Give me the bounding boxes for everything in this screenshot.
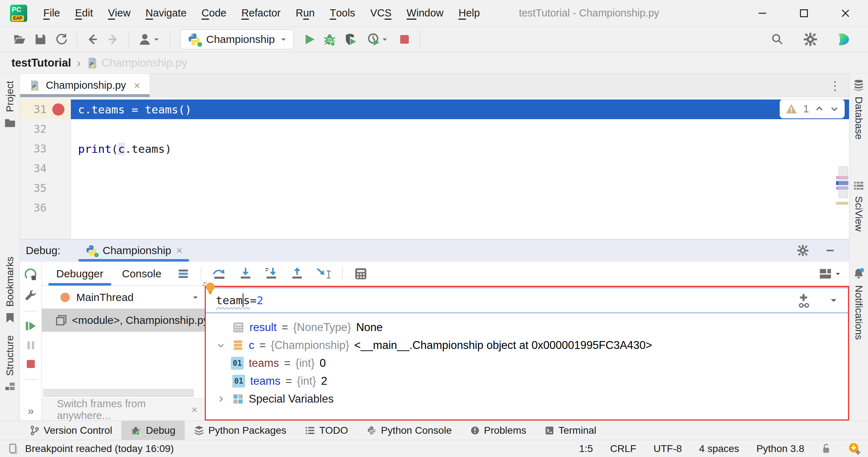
sidebar-item-sciview[interactable]: SciView bbox=[853, 181, 864, 232]
chevron-down-icon[interactable] bbox=[829, 296, 838, 305]
debug-session-tab[interactable]: Championship × bbox=[76, 239, 191, 262]
toolwindow-terminal[interactable]: Terminal bbox=[535, 421, 606, 440]
close-button[interactable] bbox=[837, 5, 854, 21]
maximize-button[interactable] bbox=[796, 5, 812, 21]
menu-navigate[interactable]: Navigate bbox=[138, 0, 194, 26]
update-available-icon[interactable] bbox=[848, 442, 861, 455]
debug-settings-gear-icon[interactable] bbox=[797, 244, 809, 257]
run-to-cursor-icon[interactable] bbox=[316, 267, 331, 281]
scrollbar-thumb[interactable] bbox=[839, 166, 848, 198]
search-everywhere-icon[interactable] bbox=[767, 29, 788, 50]
previous-warning-icon[interactable] bbox=[815, 104, 824, 113]
layout-options-icon[interactable] bbox=[177, 268, 189, 279]
stop-icon[interactable] bbox=[394, 29, 415, 50]
hint-close-icon[interactable]: × bbox=[191, 404, 198, 416]
gutter-line-33[interactable]: 33 bbox=[20, 139, 71, 159]
stop-icon[interactable] bbox=[25, 359, 36, 369]
chevron-down-icon[interactable] bbox=[214, 341, 227, 350]
thread-selector[interactable]: MainThread bbox=[42, 286, 205, 309]
editor-line-35[interactable] bbox=[71, 178, 849, 198]
editor-line-31[interactable]: c.teams = teams() bbox=[71, 99, 849, 119]
menu-code[interactable]: Code bbox=[194, 0, 234, 26]
editor-options-icon[interactable]: ⋮ bbox=[829, 78, 841, 93]
rerun-icon[interactable] bbox=[24, 267, 38, 281]
variable-row[interactable]: c = {Championship} <__main__.Championshi… bbox=[206, 336, 848, 354]
sidebar-item-project[interactable]: Project bbox=[4, 81, 16, 128]
save-icon[interactable] bbox=[30, 29, 51, 50]
open-icon[interactable] bbox=[9, 29, 30, 50]
gutter-line-34[interactable]: 34 bbox=[20, 159, 71, 178]
editor-scrollbar[interactable] bbox=[835, 97, 849, 239]
more-actions-icon[interactable]: » bbox=[28, 405, 34, 417]
toolwindow-problems[interactable]: Problems bbox=[461, 421, 535, 440]
menu-view[interactable]: View bbox=[101, 0, 138, 26]
profiler-icon[interactable] bbox=[361, 29, 394, 50]
sync-icon[interactable] bbox=[51, 29, 72, 50]
inspection-widget[interactable]: 1 bbox=[780, 99, 845, 118]
frame-row[interactable]: <module>, Championship.py bbox=[42, 309, 205, 332]
tab-debugger[interactable]: Debugger bbox=[47, 262, 113, 286]
sidebar-item-database[interactable]: Database bbox=[853, 79, 864, 140]
lock-icon[interactable] bbox=[821, 443, 831, 454]
gutter-line-36[interactable]: 36 bbox=[20, 198, 71, 218]
hide-panel-icon[interactable] bbox=[825, 245, 835, 256]
editor-code-area[interactable]: c.teams = teams()print(c.teams) bbox=[71, 97, 849, 239]
menu-window[interactable]: Window bbox=[399, 0, 451, 26]
menu-vcs[interactable]: VCS bbox=[363, 0, 399, 26]
menu-edit[interactable]: Edit bbox=[68, 0, 101, 26]
gutter-line-35[interactable]: 35 bbox=[20, 178, 71, 198]
status-message[interactable]: Breakpoint reached (today 16:09) bbox=[9, 443, 174, 454]
tab-championship-py[interactable]: Championship.py × bbox=[20, 74, 150, 97]
evaluate-input[interactable]: teams = 2 bbox=[206, 287, 848, 313]
menu-help[interactable]: Help bbox=[451, 0, 488, 26]
layout-settings-icon[interactable] bbox=[818, 267, 833, 280]
code-with-me-icon[interactable] bbox=[833, 29, 854, 50]
menu-file[interactable]: File bbox=[36, 0, 68, 26]
frames-hscrollbar[interactable] bbox=[43, 389, 194, 397]
toolwindow-debug[interactable]: Debug bbox=[121, 421, 185, 440]
variable-row[interactable]: 01teams = {int} 0 bbox=[206, 354, 848, 372]
sidebar-item-structure[interactable]: Structure bbox=[4, 335, 16, 391]
caret-position[interactable]: 1:5 bbox=[579, 443, 593, 454]
variable-row[interactable]: result = {NoneType} None bbox=[206, 319, 848, 336]
toolwindow-todo[interactable]: TODO bbox=[296, 421, 357, 440]
menu-run[interactable]: Run bbox=[288, 0, 322, 26]
editor-gutter[interactable]: 313233343536 bbox=[20, 97, 71, 239]
editor-line-33[interactable]: print(c.teams) bbox=[71, 139, 849, 159]
run-icon[interactable] bbox=[299, 29, 320, 50]
python-interpreter[interactable]: Python 3.8 bbox=[756, 443, 804, 454]
lightbulb-icon[interactable] bbox=[202, 281, 216, 296]
forward-icon[interactable] bbox=[103, 29, 123, 50]
indent-setting[interactable]: 4 spaces bbox=[699, 443, 739, 454]
debug-settings-wrench-icon[interactable] bbox=[24, 289, 37, 302]
code-editor[interactable]: 313233343536 c.teams = teams()print(c.te… bbox=[20, 97, 849, 239]
gutter-line-32[interactable]: 32 bbox=[20, 119, 71, 139]
file-encoding[interactable]: UTF-8 bbox=[654, 443, 682, 454]
breadcrumb-project[interactable]: testTutorial bbox=[11, 57, 71, 69]
step-into-icon[interactable] bbox=[238, 267, 253, 281]
user-profile-icon[interactable] bbox=[134, 29, 165, 50]
toolwindow-python-packages[interactable]: Python Packages bbox=[185, 421, 296, 440]
toolwindow-version-control[interactable]: Version Control bbox=[21, 421, 121, 440]
editor-line-32[interactable] bbox=[71, 119, 849, 139]
sidebar-item-notifications[interactable]: Notifications bbox=[853, 267, 865, 340]
breadcrumb-file[interactable]: Championship.py bbox=[87, 57, 188, 69]
variable-row[interactable]: Special Variables bbox=[206, 390, 848, 408]
force-step-into-icon[interactable] bbox=[264, 267, 278, 281]
debug-icon[interactable] bbox=[320, 29, 340, 50]
step-out-icon[interactable] bbox=[290, 267, 304, 281]
line-endings[interactable]: CRLF bbox=[610, 443, 636, 454]
run-configuration-select[interactable]: Championship bbox=[180, 29, 294, 49]
back-icon[interactable] bbox=[82, 29, 103, 50]
tab-close-icon[interactable]: × bbox=[134, 79, 140, 92]
tab-console[interactable]: Console bbox=[113, 262, 171, 286]
menu-tools[interactable]: Tools bbox=[322, 0, 363, 26]
toolwindow-python-console[interactable]: Python Console bbox=[357, 421, 461, 440]
gutter-line-31[interactable]: 31 bbox=[20, 99, 71, 119]
run-with-coverage-icon[interactable] bbox=[340, 29, 361, 50]
settings-gear-icon[interactable] bbox=[800, 29, 821, 50]
variable-row[interactable]: 01teams = {int} 2 bbox=[206, 372, 848, 390]
editor-line-36[interactable] bbox=[71, 198, 849, 218]
session-close-icon[interactable]: × bbox=[176, 244, 183, 257]
add-watch-icon[interactable] bbox=[796, 292, 811, 308]
